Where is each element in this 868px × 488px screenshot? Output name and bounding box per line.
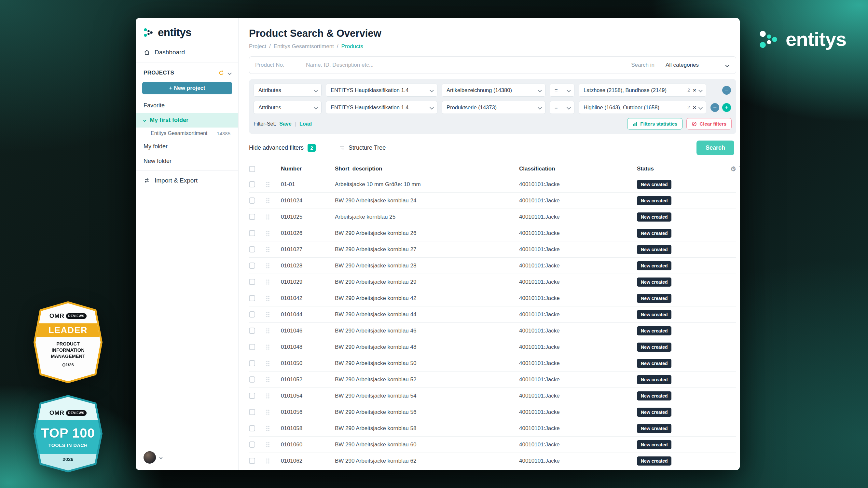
sync-icon[interactable]	[218, 70, 224, 76]
row-checkbox[interactable]	[249, 246, 255, 253]
drag-handle-icon[interactable]	[265, 458, 281, 464]
row-checkbox[interactable]	[249, 360, 255, 366]
row-checkbox[interactable]	[249, 311, 255, 318]
row-checkbox[interactable]	[249, 279, 255, 285]
table-row[interactable]: 0101026 BW 290 Arbeitsjacke kornblau 26 …	[249, 225, 736, 241]
column-header-classification[interactable]: Classification	[519, 166, 637, 172]
filter-values-select[interactable]: Latzhose (2158), Bundhose (2149) 2 ×	[579, 84, 706, 97]
sidebar-item-gesamtsortiment[interactable]: Entitys Gesamtsortiment 14385	[136, 128, 238, 139]
drag-handle-icon[interactable]	[265, 197, 281, 204]
drag-handle-icon[interactable]	[265, 246, 281, 253]
sidebar-item-my-folder[interactable]: My folder	[136, 139, 238, 154]
column-header-description[interactable]: Short_description	[335, 166, 519, 172]
sidebar-item-new-folder[interactable]: New folder	[136, 154, 238, 168]
entitys-logo[interactable]: entitys	[136, 18, 238, 44]
table-row[interactable]: 0101029 BW 290 Arbeitsjacke kornblau 29 …	[249, 273, 736, 290]
sidebar-item-my-first-folder[interactable]: My first folder	[136, 113, 238, 128]
filters-statistics-button[interactable]: Filters statistics	[627, 118, 682, 129]
filter-set-save-link[interactable]: Save	[279, 121, 291, 127]
category-select[interactable]: All categories	[665, 62, 736, 68]
row-checkbox[interactable]	[249, 344, 255, 350]
table-row[interactable]: 0101050 BW 290 Arbeitsjacke kornblau 50 …	[249, 355, 736, 371]
table-row[interactable]: 0101052 BW 290 Arbeitsjacke kornblau 52 …	[249, 371, 736, 388]
drag-handle-icon[interactable]	[265, 328, 281, 334]
filter-operator-select[interactable]: =	[550, 101, 575, 114]
table-settings-gear-icon[interactable]: ⚙	[723, 165, 736, 173]
row-checkbox[interactable]	[249, 393, 255, 399]
sidebar-item-favorite[interactable]: Favorite	[136, 98, 238, 113]
drag-handle-icon[interactable]	[265, 360, 281, 367]
drag-handle-icon[interactable]	[265, 230, 281, 236]
row-checkbox[interactable]	[249, 328, 255, 334]
drag-handle-icon[interactable]	[265, 181, 281, 188]
vertical-scrollbar[interactable]	[739, 165, 740, 467]
drag-handle-icon[interactable]	[265, 214, 281, 220]
drag-handle-icon[interactable]	[265, 409, 281, 416]
row-checkbox[interactable]	[249, 425, 255, 431]
filter-classification-select[interactable]: ENTITYS Hauptklassifikation 1.4	[326, 84, 437, 97]
sidebar-item-dashboard[interactable]: Dashboard	[136, 44, 238, 60]
table-row[interactable]: 0101058 BW 290 Arbeitsjacke kornblau 58 …	[249, 420, 736, 436]
filter-operator-select[interactable]: =	[550, 84, 575, 97]
structure-tree-toggle[interactable]: Structure Tree	[339, 144, 386, 151]
drag-handle-icon[interactable]	[265, 311, 281, 318]
drag-handle-icon[interactable]	[265, 393, 281, 399]
new-project-button[interactable]: + New project	[142, 82, 232, 94]
filter-source-select[interactable]: Attributes	[253, 84, 321, 97]
search-button[interactable]: Search	[696, 140, 734, 155]
row-checkbox[interactable]	[249, 442, 255, 448]
table-row[interactable]: 0101056 BW 290 Arbeitsjacke kornblau 56 …	[249, 404, 736, 420]
row-checkbox[interactable]	[249, 181, 255, 187]
table-row[interactable]: 0101042 BW 290 Arbeitsjacke kornblau 42 …	[249, 290, 736, 306]
remove-filter-button[interactable]: −	[711, 103, 719, 112]
filter-values-select[interactable]: Highline (1643), Outdoor (1658) 2 ×	[579, 101, 706, 114]
row-checkbox[interactable]	[249, 263, 255, 269]
filter-classification-select[interactable]: ENTITYS Hauptklassifikation 1.4	[326, 101, 437, 114]
breadcrumb-current[interactable]: Products	[341, 43, 363, 50]
drag-handle-icon[interactable]	[265, 344, 281, 350]
filter-attribute-select[interactable]: Artikelbezeichnung (14380)	[442, 84, 546, 97]
row-checkbox[interactable]	[249, 409, 255, 415]
table-row[interactable]: 0101027 BW 290 Arbeitsjacke kornblau 27 …	[249, 241, 736, 257]
filter-attribute-select[interactable]: Produktserie (14373)	[442, 101, 546, 114]
row-checkbox[interactable]	[249, 458, 255, 464]
column-header-number[interactable]: Number	[281, 166, 335, 172]
clear-selection-icon[interactable]: ×	[693, 105, 696, 110]
chevron-down-icon[interactable]	[227, 71, 232, 75]
user-menu[interactable]	[136, 445, 238, 470]
drag-handle-icon[interactable]	[265, 377, 281, 383]
table-row[interactable]: 0101025 Arbeitsjacke kornblau 25 4001010…	[249, 208, 736, 225]
filter-source-select[interactable]: Attributes	[253, 101, 321, 114]
breadcrumb-folder[interactable]: Entitys Gesamtsortiment	[274, 43, 334, 50]
row-checkbox[interactable]	[249, 377, 255, 383]
drag-handle-icon[interactable]	[265, 279, 281, 285]
add-filter-button[interactable]: +	[722, 103, 731, 112]
table-row[interactable]: 0101028 BW 290 Arbeitsjacke kornblau 28 …	[249, 257, 736, 273]
table-row[interactable]: 0101054 BW 290 Arbeitsjacke kornblau 54 …	[249, 388, 736, 404]
table-row[interactable]: 0101046 BW 290 Arbeitsjacke kornblau 46 …	[249, 322, 736, 339]
product-no-input[interactable]	[249, 62, 300, 68]
table-row[interactable]: 0101044 BW 290 Arbeitsjacke kornblau 44 …	[249, 306, 736, 322]
search-input[interactable]	[300, 62, 628, 68]
row-checkbox[interactable]	[249, 230, 255, 236]
avatar[interactable]	[144, 451, 156, 464]
filter-set-load-link[interactable]: Load	[300, 121, 312, 127]
column-header-status[interactable]: Status	[637, 166, 723, 172]
drag-handle-icon[interactable]	[265, 295, 281, 301]
drag-handle-icon[interactable]	[265, 263, 281, 269]
row-checkbox[interactable]	[249, 214, 255, 220]
drag-handle-icon[interactable]	[265, 425, 281, 432]
remove-filter-button[interactable]: −	[722, 86, 731, 95]
scroll-up-arrow-icon[interactable]	[739, 165, 740, 168]
table-row[interactable]: 0101048 BW 290 Arbeitsjacke kornblau 48 …	[249, 339, 736, 355]
select-all-checkbox[interactable]	[249, 166, 255, 172]
table-row[interactable]: 0101060 BW 290 Arbeitsjacke kornblau 60 …	[249, 436, 736, 453]
row-checkbox[interactable]	[249, 197, 255, 204]
clear-filters-button[interactable]: Clear filters	[686, 118, 732, 129]
hide-advanced-filters-toggle[interactable]: Hide advanced filters	[249, 144, 304, 151]
drag-handle-icon[interactable]	[265, 442, 281, 448]
table-row[interactable]: 0101024 BW 290 Arbeitsjacke kornblau 24 …	[249, 192, 736, 208]
clear-selection-icon[interactable]: ×	[693, 88, 696, 93]
sidebar-item-import-export[interactable]: Import & Export	[136, 173, 238, 188]
row-checkbox[interactable]	[249, 295, 255, 301]
